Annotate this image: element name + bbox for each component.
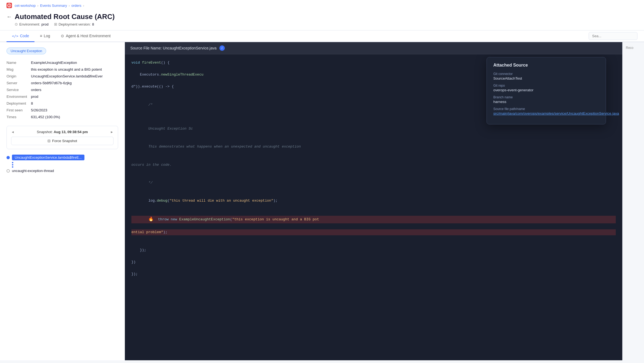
tooltip-row-value-0: SourceAttachTest bbox=[493, 76, 599, 80]
info-row-6: Deployment8 bbox=[7, 100, 118, 107]
camera-icon: ⊡ bbox=[48, 139, 50, 143]
info-row-0: NameExampleUncaughtException bbox=[7, 59, 118, 66]
env-label: Environment: bbox=[19, 22, 40, 26]
tooltip-row-value-1: overops-event-generator bbox=[493, 88, 599, 92]
tooltip-row-value-3[interactable]: src/main/java/com/overops/examples/servi… bbox=[493, 111, 599, 115]
right-panel: Reco bbox=[622, 42, 644, 360]
tab-code[interactable]: </> Code bbox=[7, 30, 34, 42]
breadcrumb-sep-1: › bbox=[37, 4, 38, 8]
info-row-3: Serverorders-5b8f97d67b-6zjkg bbox=[7, 80, 118, 86]
stack-frame-0-label[interactable]: UncaughtExceptionService.lambda$fireE... bbox=[12, 155, 84, 160]
tabs-bar: </> Code ≡ Log ⊙ Agent & Host Environmen… bbox=[0, 30, 644, 42]
code-tab-label: Code bbox=[20, 34, 29, 38]
breadcrumb-workshop[interactable]: cet-workshop bbox=[15, 4, 36, 8]
info-key-5: Environment bbox=[7, 93, 31, 100]
info-val-1: this exception is uncaught and a BIG pot… bbox=[31, 66, 118, 73]
deploy-meta: ⊞ Deployment version: 8 bbox=[54, 22, 94, 26]
code-tab-icon: </> bbox=[12, 34, 18, 38]
breadcrumb-events-summary[interactable]: Events Summary bbox=[40, 4, 67, 8]
force-snapshot-button[interactable]: ⊡ Force Snapshot bbox=[11, 137, 113, 145]
snapshot-box: ◄ Snapshot: Aug 13, 09:38:54 pm ► ⊡ Forc… bbox=[7, 126, 118, 149]
stack-frame-1-label: uncaught-exception-thread bbox=[12, 169, 54, 173]
code-body: void fireEvent() { Executors.newSingleTh… bbox=[125, 54, 622, 359]
breadcrumb: cet-workshop › Events Summary › orders › bbox=[7, 0, 637, 10]
info-val-5: prod bbox=[31, 93, 118, 100]
stack-item-0[interactable]: UncaughtExceptionService.lambda$fireE... bbox=[7, 155, 118, 160]
info-key-6: Deployment bbox=[7, 100, 31, 107]
snapshot-label: Snapshot: Aug 13, 09:38:54 pm bbox=[37, 130, 88, 134]
snapshot-next[interactable]: ► bbox=[110, 130, 113, 134]
tooltip-row-label-1: Git repo bbox=[493, 84, 599, 87]
env-icon: ⊙ bbox=[15, 22, 18, 26]
info-val-3: orders-5b8f97d67b-6zjkg bbox=[31, 80, 118, 86]
info-val-7: 5/26/2023 bbox=[31, 107, 118, 114]
deploy-icon: ⊞ bbox=[54, 22, 57, 26]
tooltip-row-label-3: Source file path/name bbox=[493, 107, 599, 111]
search-input[interactable] bbox=[589, 32, 637, 40]
breadcrumb-sep-3: › bbox=[83, 4, 84, 8]
main-content: Uncaught Exception NameExampleUncaughtEx… bbox=[0, 42, 644, 360]
info-val-2: UncaughtExceptionService.lambda$fireEver bbox=[31, 73, 118, 80]
info-val-8: 631,452 (100.0%) bbox=[31, 114, 118, 120]
source-tooltip: Attached Source Git connector SourceAtta… bbox=[487, 57, 606, 124]
back-button[interactable]: ← bbox=[7, 14, 12, 20]
info-key-8: Times bbox=[7, 114, 31, 120]
tooltip-row-label-2: Branch name bbox=[493, 95, 599, 99]
log-tab-icon: ≡ bbox=[40, 34, 42, 38]
tab-log[interactable]: ≡ Log bbox=[34, 30, 56, 42]
info-val-0: ExampleUncaughtException bbox=[31, 59, 118, 66]
code-filename: Source File Name: UncaughtExceptionServi… bbox=[130, 46, 217, 50]
stack-connector bbox=[12, 162, 118, 168]
info-key-4: Service bbox=[7, 86, 31, 93]
page-title-block: Automated Root Cause (ARC) ⊙ Environment… bbox=[15, 12, 115, 26]
tab-agent[interactable]: ⊙ Agent & Host Environment bbox=[55, 30, 116, 42]
log-tab-label: Log bbox=[44, 34, 50, 38]
info-row-8: Times631,452 (100.0%) bbox=[7, 114, 118, 120]
tooltip-title: Attached Source bbox=[493, 63, 599, 68]
conn-dot-1 bbox=[12, 162, 13, 163]
conn-dot-2 bbox=[12, 164, 13, 165]
top-bar: cet-workshop › Events Summary › orders ›… bbox=[0, 0, 644, 30]
tooltip-row-label-0: Git connector bbox=[493, 72, 599, 76]
snapshot-prev[interactable]: ◄ bbox=[11, 130, 14, 134]
breadcrumb-sep-2: › bbox=[69, 4, 70, 8]
page-title: Automated Root Cause (ARC) bbox=[15, 12, 115, 21]
left-panel: Uncaught Exception NameExampleUncaughtEx… bbox=[0, 42, 125, 360]
breadcrumb-orders[interactable]: orders bbox=[71, 4, 81, 8]
stack-dot-outline bbox=[7, 169, 10, 173]
app-logo bbox=[7, 3, 12, 8]
deploy-label: Deployment version: bbox=[59, 22, 91, 26]
tooltip-row-3: Source file path/name src/main/java/com/… bbox=[493, 107, 599, 115]
code-header: Source File Name: UncaughtExceptionServi… bbox=[125, 42, 622, 54]
stack-item-1[interactable]: uncaught-exception-thread bbox=[7, 169, 118, 173]
snapshot-nav: ◄ Snapshot: Aug 13, 09:38:54 pm ► bbox=[11, 130, 113, 134]
force-snapshot-label: Force Snapshot bbox=[52, 139, 77, 143]
agent-tab-label: Agent & Host Environment bbox=[66, 34, 111, 38]
page-meta: ⊙ Environment: prod ⊞ Deployment version… bbox=[15, 22, 115, 26]
info-row-2: OriginUncaughtExceptionService.lambda$fi… bbox=[7, 73, 118, 80]
info-val-6: 8 bbox=[31, 100, 118, 107]
info-row-1: Msgthis exception is uncaught and a BIG … bbox=[7, 66, 118, 73]
page-header: ← Automated Root Cause (ARC) ⊙ Environme… bbox=[7, 10, 637, 30]
deploy-value: 8 bbox=[92, 22, 94, 26]
info-key-2: Origin bbox=[7, 73, 31, 80]
info-row-7: First seen5/26/2023 bbox=[7, 107, 118, 114]
tooltip-row-value-2: harness bbox=[493, 100, 599, 104]
info-key-0: Name bbox=[7, 59, 31, 66]
env-value: prod bbox=[42, 22, 49, 26]
code-panel: Source File Name: UncaughtExceptionServi… bbox=[125, 42, 622, 360]
search-area bbox=[589, 30, 637, 42]
info-key-7: First seen bbox=[7, 107, 31, 114]
agent-tab-icon: ⊙ bbox=[61, 34, 64, 38]
exception-badge: Uncaught Exception bbox=[7, 48, 46, 54]
env-meta: ⊙ Environment: prod bbox=[15, 22, 49, 26]
stack-dot-filled bbox=[7, 156, 10, 159]
snapshot-datetime: Aug 13, 09:38:54 pm bbox=[54, 130, 88, 134]
conn-dot-3 bbox=[12, 166, 13, 168]
tooltip-row-0: Git connector SourceAttachTest bbox=[493, 72, 599, 80]
info-table: NameExampleUncaughtExceptionMsgthis exce… bbox=[7, 59, 118, 120]
stack-trace: UncaughtExceptionService.lambda$fireE...… bbox=[7, 155, 118, 173]
info-key-3: Server bbox=[7, 80, 31, 86]
info-val-4: orders bbox=[31, 86, 118, 93]
info-icon[interactable]: i bbox=[219, 45, 225, 51]
